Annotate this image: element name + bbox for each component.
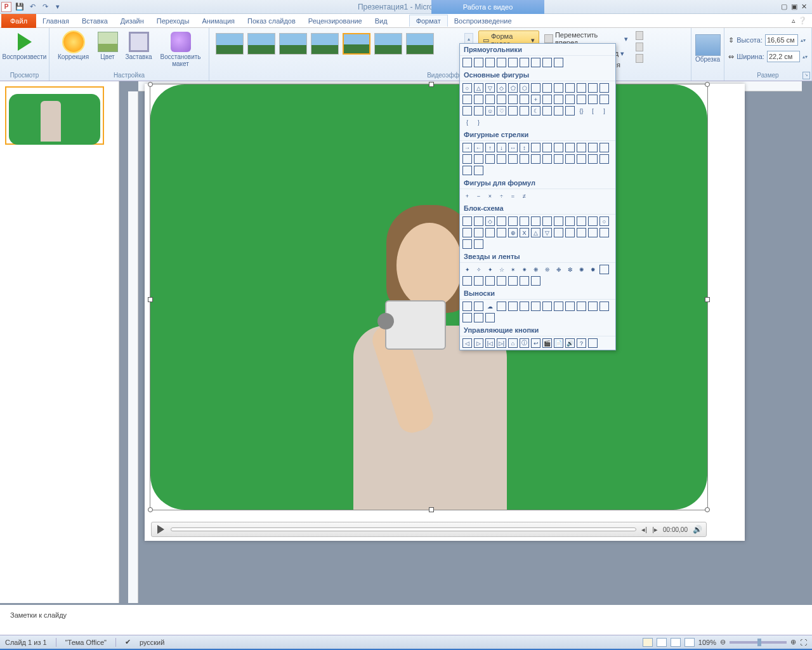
shape-item[interactable]: ⊕ — [508, 228, 518, 237]
shape-item[interactable] — [508, 58, 518, 67]
resize-handle[interactable] — [429, 507, 434, 512]
dialog-launcher-icon[interactable]: ↘ — [802, 72, 810, 79]
shape-item[interactable] — [588, 95, 598, 104]
shape-item[interactable] — [565, 143, 575, 152]
shape-item[interactable] — [474, 302, 483, 311]
shape-item[interactable] — [554, 106, 563, 116]
shape-item[interactable] — [554, 143, 563, 152]
style-thumb[interactable] — [247, 33, 275, 55]
shape-item[interactable] — [565, 106, 575, 116]
shape-item[interactable]: ✷ — [520, 265, 529, 274]
shape-item[interactable] — [474, 58, 483, 67]
shape-item[interactable]: ❉ — [554, 265, 563, 274]
shape-item[interactable]: ☾ — [531, 106, 540, 116]
redo-icon[interactable]: ↷ — [39, 1, 51, 13]
spinner-icon[interactable]: ▴▾ — [801, 37, 806, 43]
shape-item[interactable]: ⬡ — [520, 83, 529, 93]
shape-item[interactable] — [520, 276, 529, 286]
shape-item[interactable] — [462, 95, 472, 104]
shape-item[interactable] — [508, 276, 518, 286]
style-thumb[interactable] — [374, 33, 402, 55]
shape-item[interactable] — [474, 216, 483, 226]
shape-item[interactable] — [577, 216, 586, 226]
shape-item[interactable]: 📄 — [554, 338, 563, 348]
shape-item[interactable]: ✦ — [462, 265, 472, 274]
fit-window-icon[interactable]: ⛶ — [800, 639, 807, 646]
shape-item[interactable] — [485, 276, 495, 286]
shape-item[interactable] — [485, 154, 495, 164]
shape-item[interactable] — [599, 228, 609, 237]
resize-handle[interactable] — [429, 82, 434, 87]
style-thumb[interactable] — [406, 33, 434, 55]
poster-frame-button[interactable]: Заставка — [123, 29, 155, 60]
shape-item[interactable] — [520, 95, 529, 104]
shape-item[interactable] — [554, 154, 563, 164]
player-seek-bar[interactable] — [171, 527, 636, 531]
shape-item[interactable] — [485, 95, 495, 104]
player-prev-frame-icon[interactable]: ◂| — [641, 526, 647, 534]
shape-item[interactable] — [542, 154, 552, 164]
crop-button[interactable]: Обрезка — [693, 29, 723, 63]
shape-item[interactable]: × — [485, 191, 495, 201]
shape-item[interactable] — [577, 83, 586, 93]
slide-canvas[interactable]: ◂| |▸ 00:00,00 🔊 — [145, 84, 745, 541]
style-thumb-selected[interactable] — [343, 33, 370, 55]
shape-item[interactable] — [474, 276, 483, 286]
shape-item[interactable]: + — [462, 191, 472, 201]
view-reading-icon[interactable] — [671, 638, 681, 647]
group-button[interactable] — [634, 42, 645, 52]
tab-slideshow[interactable]: Показ слайдов — [241, 14, 302, 28]
view-sorter-icon[interactable] — [657, 638, 667, 647]
shape-item[interactable] — [497, 58, 506, 67]
shape-item[interactable]: − — [474, 191, 483, 201]
shape-item[interactable] — [520, 302, 529, 311]
color-button[interactable]: Цвет — [95, 29, 121, 60]
zoom-slider[interactable] — [730, 641, 787, 644]
slide-thumbnail[interactable] — [5, 86, 104, 145]
close-icon[interactable]: ✕ — [801, 3, 807, 11]
shape-item[interactable] — [542, 106, 552, 116]
shape-item[interactable] — [462, 302, 472, 311]
resize-handle[interactable] — [705, 82, 710, 87]
save-icon[interactable]: 💾 — [14, 1, 25, 13]
shape-item[interactable]: 🔊 — [565, 338, 575, 348]
shape-item[interactable] — [565, 95, 575, 104]
shape-item[interactable] — [497, 276, 506, 286]
shape-item[interactable]: ? — [577, 338, 586, 348]
shape-item[interactable]: ] — [599, 106, 609, 116]
player-play-button[interactable] — [155, 524, 166, 534]
tab-format[interactable]: Формат — [409, 15, 448, 27]
shape-item[interactable] — [599, 83, 609, 93]
shape-item[interactable]: ✺ — [577, 265, 586, 274]
zoom-in-icon[interactable]: ⊕ — [790, 638, 796, 646]
status-language[interactable]: русский — [140, 639, 164, 646]
shape-item[interactable] — [542, 143, 552, 152]
shape-item[interactable] — [565, 154, 575, 164]
shape-item[interactable] — [588, 228, 598, 237]
shape-item[interactable] — [531, 302, 540, 311]
shape-item[interactable]: ▷| — [497, 338, 506, 348]
resize-handle[interactable] — [148, 82, 153, 87]
shape-item[interactable]: ◇ — [497, 83, 506, 93]
shape-item[interactable] — [474, 313, 483, 322]
shape-item[interactable] — [577, 95, 586, 104]
shape-item[interactable]: X — [520, 228, 529, 237]
shape-item[interactable] — [485, 58, 495, 67]
shape-item[interactable] — [588, 154, 598, 164]
shape-item[interactable] — [474, 228, 483, 237]
shape-item[interactable] — [520, 216, 529, 226]
shape-item[interactable]: ↩ — [531, 338, 540, 348]
shape-item[interactable]: ❋ — [531, 265, 540, 274]
shape-item[interactable]: → — [462, 143, 472, 152]
shape-item[interactable] — [462, 106, 472, 116]
style-thumb[interactable] — [216, 33, 244, 55]
shape-item[interactable]: ✧ — [474, 265, 483, 274]
shape-item[interactable] — [531, 154, 540, 164]
shape-item[interactable]: ❇ — [565, 265, 575, 274]
shape-item[interactable]: { — [462, 117, 472, 127]
view-slideshow-icon[interactable] — [684, 638, 695, 647]
shape-item[interactable]: ÷ — [497, 191, 506, 201]
shape-item[interactable] — [542, 58, 552, 67]
shape-item[interactable] — [462, 313, 472, 322]
shape-item[interactable] — [554, 95, 563, 104]
